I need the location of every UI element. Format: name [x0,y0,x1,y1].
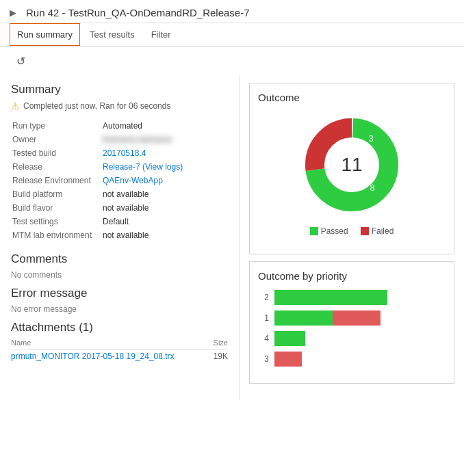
warning-text: Completed just now, Ran for 06 seconds [23,101,170,111]
info-row-mtm: MTM lab environment not available [12,229,227,241]
value-release-env[interactable]: QAEnv-WebApp [103,174,227,187]
attachment-row: prmutn_MONITOR 2017-05-18 19_24_08.trx 1… [11,352,228,361]
bar-green-1 [274,310,333,326]
label-release: Release [12,161,101,173]
bar-red-3 [274,352,302,367]
outcome-section: Outcome 3 8 11 [249,83,454,254]
info-row-run-type: Run type Automated [12,120,227,132]
legend-passed-color [310,227,318,235]
bar-green-4 [274,331,305,346]
tabs-bar: Run summary Test results Filter [0,23,464,47]
comments-title: Comments [11,252,228,266]
priority-label-4: 4 [258,334,269,343]
info-row-test-settings: Test settings Default [12,215,227,228]
value-owner: firstname.lastname [103,133,227,146]
comments-text: No comments [11,270,228,280]
priority-row-2: 2 [258,290,446,305]
priority-row-3: 3 [258,352,446,367]
priority-bars-2 [274,290,387,305]
label-owner: Owner [12,133,101,146]
outcome-title: Outcome [258,92,446,103]
right-panel: Outcome 3 8 11 [240,76,464,400]
priority-section: Outcome by priority 2 1 4 [249,261,454,384]
legend-passed: Passed [310,226,348,236]
priority-bars-3 [274,352,302,367]
value-build-platform: not available [103,188,227,200]
legend-passed-label: Passed [321,226,348,236]
label-tested-build: Tested build [12,147,101,159]
priority-bars-4 [274,331,305,346]
left-panel: Summary ⚠ Completed just now, Ran for 06… [0,76,240,400]
priority-label-1: 1 [258,313,269,323]
legend-failed-label: Failed [372,226,394,236]
bar-red-1 [333,310,381,326]
info-row-build-flavor: Build flavor not available [12,202,227,214]
error-text: No error message [11,304,228,314]
failed-count: 3 [368,133,373,144]
error-title: Error message [11,287,228,300]
warning-icon: ⚠ [11,101,20,111]
summary-section-title: Summary [11,83,228,96]
label-build-platform: Build platform [12,188,101,200]
label-release-env: Release Environment [12,174,101,187]
value-mtm: not available [103,229,227,241]
label-run-type: Run type [12,120,101,132]
attachment-size: 19K [214,352,228,361]
legend: Passed Failed [258,226,446,236]
tab-filter[interactable]: Filter [144,24,178,45]
legend-failed-color [361,227,369,235]
priority-bars-1 [274,310,381,326]
total-count: 11 [341,154,362,176]
priority-row-1: 1 [258,310,446,326]
priority-title: Outcome by priority [258,270,446,282]
page-title: Run 42 - TestRun_QA-OnDemandRD_Release-7 [26,7,250,18]
col-size: Size [214,339,228,347]
attachments-header: Name Size [11,339,228,349]
run-icon: ▶ [10,8,21,18]
tab-run-summary[interactable]: Run summary [10,23,80,46]
tab-test-results[interactable]: Test results [83,24,142,45]
bar-green-2 [274,290,387,305]
legend-failed: Failed [361,226,394,236]
refresh-button[interactable]: ↺ [10,49,32,73]
info-table: Run type Automated Owner firstname.lastn… [11,118,228,243]
info-row-owner: Owner firstname.lastname [12,133,227,146]
label-test-settings: Test settings [12,215,101,228]
info-row-release: Release Release-7 (View logs) [12,161,227,173]
attachment-link[interactable]: prmutn_MONITOR 2017-05-18 19_24_08.trx [11,352,175,361]
info-row-build-platform: Build platform not available [12,188,227,200]
value-build-flavor: not available [103,202,227,214]
value-release[interactable]: Release-7 (View logs) [103,161,227,173]
value-tested-build[interactable]: 20170518.4 [103,147,227,159]
priority-label-2: 2 [258,293,269,302]
priority-chart: 2 1 4 [258,287,446,375]
value-run-type: Automated [103,120,227,132]
title-bar: ▶ Run 42 - TestRun_QA-OnDemandRD_Release… [0,0,464,23]
label-mtm: MTM lab environment [12,229,101,241]
donut-container: 3 8 11 [258,110,446,220]
priority-row-4: 4 [258,331,446,346]
info-row-tested-build: Tested build 20170518.4 [12,147,227,159]
value-test-settings: Default [103,215,227,228]
info-row-release-env: Release Environment QAEnv-WebApp [12,174,227,187]
col-name: Name [11,339,31,347]
label-build-flavor: Build flavor [12,202,101,214]
attachments-title: Attachments (1) [11,321,228,334]
passed-count: 8 [370,183,374,193]
warning-line: ⚠ Completed just now, Ran for 06 seconds [11,101,228,111]
priority-label-3: 3 [258,354,269,364]
